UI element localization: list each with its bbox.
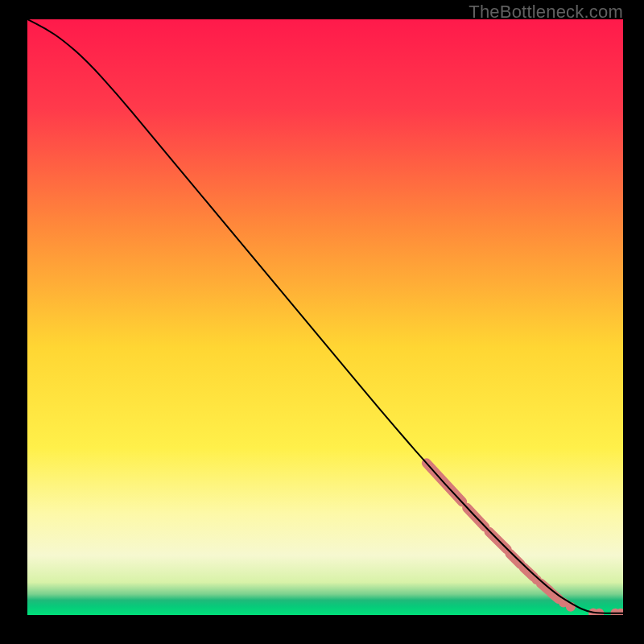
chart-container: TheBottleneck.com: [0, 0, 644, 644]
plot-area: [27, 19, 623, 615]
chart-svg: [27, 19, 623, 615]
gradient-background: [27, 19, 623, 615]
